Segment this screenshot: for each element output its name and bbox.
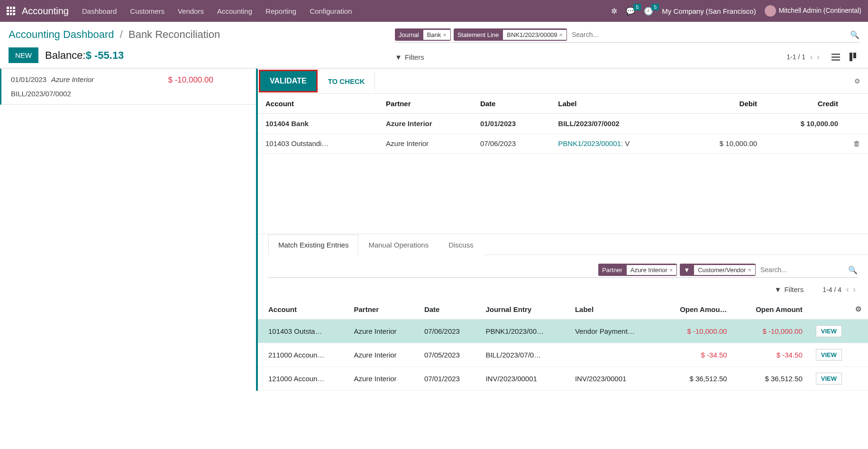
- status-bar: VALIDATE TO CHECK ⚙: [258, 69, 868, 94]
- nav-accounting[interactable]: Accounting: [217, 7, 252, 15]
- trash-icon[interactable]: 🗑: [853, 139, 860, 147]
- m-label: [568, 343, 658, 367]
- pager-next[interactable]: ›: [817, 52, 820, 62]
- col-partner: Partner: [378, 94, 473, 114]
- statement-partner: Azure Interior: [51, 75, 94, 83]
- breadcrumb: Accounting Dashboard / Bank Reconciliati…: [9, 28, 220, 41]
- match-row[interactable]: 121000 Accoun…Azure Interior07/01/2023IN…: [258, 367, 868, 391]
- to-check-button[interactable]: TO CHECK: [319, 72, 375, 91]
- lines-table: Account Partner Date Label Debit Credit …: [258, 94, 868, 154]
- filter-icon: ▼: [775, 285, 782, 293]
- facet-custvend-remove[interactable]: ×: [748, 266, 751, 274]
- tab-match[interactable]: Match Existing Entries: [268, 235, 358, 255]
- m-journal: BILL/2023/07/0…: [479, 343, 568, 367]
- facet-journal-value: Bank: [427, 31, 441, 38]
- filter-icon: ▼: [395, 53, 402, 61]
- search-input[interactable]: [570, 29, 847, 40]
- breadcrumb-parent[interactable]: Accounting Dashboard: [9, 28, 114, 40]
- brand[interactable]: Accounting: [22, 6, 69, 17]
- nav-configuration[interactable]: Configuration: [310, 7, 352, 15]
- company-selector[interactable]: My Company (San Francisco): [662, 7, 756, 15]
- col-credit: Credit: [765, 94, 846, 114]
- new-button[interactable]: NEW: [9, 47, 38, 63]
- match-row[interactable]: 101403 Outsta…Azure Interior07/06/2023PB…: [258, 320, 868, 343]
- bug-icon[interactable]: ✲: [611, 7, 617, 16]
- statement-list: 01/01/2023 Azure Interior $ -10,000.00 B…: [0, 69, 256, 391]
- m-date: 07/05/2023: [418, 343, 479, 367]
- col-label: Label: [550, 94, 684, 114]
- sub-pager-prev[interactable]: ‹: [846, 284, 849, 294]
- filters-button[interactable]: ▼ Filters: [395, 53, 424, 61]
- suspense-date: 07/06/2023: [473, 134, 550, 154]
- apps-icon[interactable]: [7, 7, 15, 15]
- view-button[interactable]: VIEW: [816, 349, 842, 361]
- match-row[interactable]: 211000 Accoun…Azure Interior07/05/2023BI…: [258, 343, 868, 367]
- sub-filters-button[interactable]: ▼ Filters: [775, 285, 804, 293]
- m-partner: Azure Interior: [347, 343, 418, 367]
- view-kanban-icon[interactable]: [846, 51, 859, 63]
- mcol-journal: Journal Entry: [479, 299, 568, 320]
- tabs: Match Existing Entries Manual Operations…: [268, 234, 868, 255]
- col-date: Date: [473, 94, 550, 114]
- m-label: Vendor Payment…: [568, 320, 658, 343]
- facet-partner[interactable]: Partner Azure Interior ×: [598, 264, 677, 276]
- tab-discuss[interactable]: Discuss: [439, 235, 484, 255]
- user-menu[interactable]: Mitchell Admin (Continental): [765, 5, 861, 17]
- search-icon[interactable]: 🔍: [850, 30, 859, 39]
- sub-pager-text: 1-4 / 4: [822, 286, 841, 293]
- messages-icon[interactable]: 💬5: [626, 7, 635, 16]
- suspense-account: 101403 Outstandi…: [258, 134, 378, 154]
- facet-statement-line[interactable]: Statement Line BNK1/2023/00009 ×: [454, 28, 567, 41]
- suspense-line[interactable]: 101403 Outstandi… Azure Interior 07/06/2…: [258, 134, 868, 154]
- m-open1: $ -10,000.00: [658, 320, 733, 343]
- statement-card[interactable]: 01/01/2023 Azure Interior $ -10,000.00 B…: [0, 69, 256, 105]
- filters-label: Filters: [405, 53, 424, 61]
- validate-button[interactable]: VALIDATE: [259, 70, 318, 92]
- sub-searchbar[interactable]: Partner Azure Interior × ▼ Customer/Vend…: [268, 264, 858, 278]
- facet-custvend[interactable]: ▼ Customer/Vendor ×: [680, 264, 756, 276]
- settings-icon[interactable]: ⚙: [849, 299, 868, 320]
- m-account: 121000 Accoun…: [258, 367, 347, 391]
- facet-stline-remove[interactable]: ×: [559, 31, 563, 38]
- searchbar[interactable]: Journal Bank × Statement Line BNK1/2023/…: [395, 28, 859, 43]
- facet-journal-remove[interactable]: ×: [443, 31, 447, 38]
- sub-search-area: Partner Azure Interior × ▼ Customer/Vend…: [258, 255, 868, 294]
- control-panel: Accounting Dashboard / Bank Reconciliati…: [0, 22, 868, 68]
- mcol-date: Date: [418, 299, 479, 320]
- nav-customers[interactable]: Customers: [130, 7, 164, 15]
- sub-pager-next[interactable]: ›: [853, 284, 856, 294]
- m-open1: $ -34.50: [658, 343, 733, 367]
- suspense-debit: $ 10,000.00: [684, 134, 765, 154]
- facet-stline-value: BNK1/2023/00009: [507, 31, 557, 38]
- nav-menu: Dashboard Customers Vendors Accounting R…: [82, 7, 352, 15]
- m-open1: $ 36,512.50: [658, 367, 733, 391]
- nav-vendors[interactable]: Vendors: [178, 7, 204, 15]
- facet-journal[interactable]: Journal Bank ×: [395, 28, 451, 41]
- facet-partner-remove[interactable]: ×: [669, 266, 673, 274]
- suspense-label: PBNK1/2023/00001: V: [550, 134, 684, 154]
- sub-search-icon[interactable]: 🔍: [848, 266, 858, 275]
- bank-label: BILL/2023/07/0002: [550, 114, 684, 134]
- navbar: Accounting Dashboard Customers Vendors A…: [0, 0, 868, 22]
- m-open2: $ 36,512.50: [734, 367, 809, 391]
- facet-partner-label: Partner: [598, 265, 626, 275]
- sub-search-input[interactable]: [758, 264, 845, 275]
- activity-icon[interactable]: 🕘5: [644, 7, 653, 16]
- suspense-label-link[interactable]: PBNK1/2023/00001:: [558, 139, 623, 147]
- gear-icon[interactable]: ⚙: [854, 77, 860, 85]
- m-date: 07/06/2023: [418, 320, 479, 343]
- m-journal: INV/2023/00001: [479, 367, 568, 391]
- reconcile-panel: VALIDATE TO CHECK ⚙ Account Partner Date…: [256, 69, 868, 391]
- view-list-icon[interactable]: [829, 51, 842, 63]
- suspense-credit: [765, 134, 846, 154]
- nav-dashboard[interactable]: Dashboard: [82, 7, 117, 15]
- tab-manual[interactable]: Manual Operations: [358, 235, 439, 255]
- nav-reporting[interactable]: Reporting: [265, 7, 296, 15]
- view-button[interactable]: VIEW: [816, 325, 842, 337]
- user-name: Mitchell Admin (Continental): [779, 7, 861, 14]
- view-button[interactable]: VIEW: [816, 373, 842, 385]
- pager-prev[interactable]: ‹: [810, 52, 813, 62]
- m-open2: $ -34.50: [734, 343, 809, 367]
- pager-text: 1-1 / 1: [786, 53, 805, 61]
- view-switcher: [829, 51, 859, 63]
